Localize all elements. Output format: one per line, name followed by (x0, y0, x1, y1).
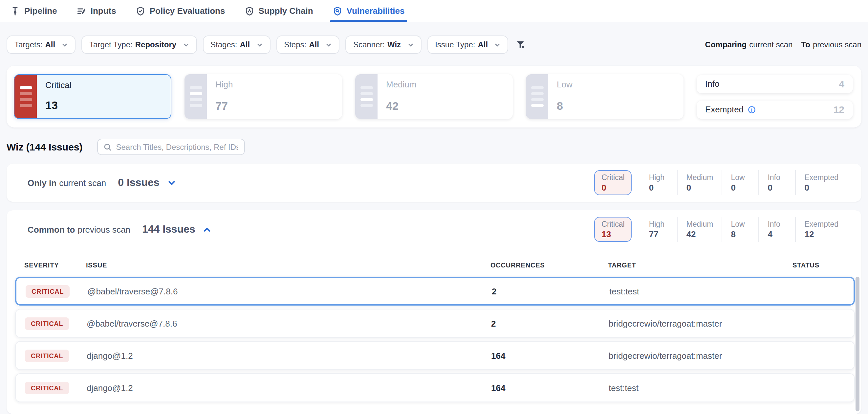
common-to-previous-scan-section: Common to previous scan 144 Issues Criti… (6, 210, 862, 414)
severity-card-high[interactable]: High 77 (185, 74, 342, 119)
severity-card-low[interactable]: Low 8 (526, 74, 683, 119)
inputs-icon (77, 6, 86, 16)
filter-value: All (478, 40, 488, 49)
chevron-down-icon[interactable] (167, 178, 176, 187)
tab-inputs[interactable]: Inputs (77, 0, 116, 22)
chip-label: High (649, 220, 669, 228)
chevron-down-icon (407, 42, 413, 48)
filter-value: All (240, 40, 250, 49)
vulnerabilities-page: Pipeline Inputs Policy Evaluations Suppl… (0, 0, 868, 414)
table-row[interactable]: CRITICAL @babel/traverse@7.8.6 2 bridgec… (15, 309, 855, 338)
chip-low[interactable]: Low 8 (721, 217, 758, 242)
chip-medium[interactable]: Medium 42 (677, 217, 722, 242)
comparing-label: Comparing (705, 40, 747, 49)
chevron-down-icon (183, 42, 189, 48)
filter-target-type[interactable]: Target Type: Repository (82, 35, 197, 54)
tab-label: Inputs (91, 6, 116, 16)
chip-exempted[interactable]: Exempted 12 (795, 217, 847, 242)
filter-value: Repository (135, 40, 176, 49)
chip-value: 0 (686, 182, 713, 192)
severity-badge: CRITICAL (26, 285, 70, 297)
chip-high[interactable]: High 0 (641, 170, 677, 195)
to-label: To (801, 40, 810, 49)
filter-label: Stages: (211, 40, 237, 49)
filter-value: All (45, 40, 55, 49)
chip-critical[interactable]: Critical 13 (594, 217, 632, 242)
filter-issue-type[interactable]: Issue Type: All (427, 35, 508, 54)
table-row[interactable]: CRITICAL django@1.2 164 bridgecrewio/ter… (15, 341, 855, 370)
chip-value: 0 (731, 182, 750, 192)
filter-targets[interactable]: Targets: All (6, 35, 75, 54)
info-icon[interactable] (747, 106, 755, 113)
info-card[interactable]: Info 4 (696, 75, 853, 93)
chip-value: 77 (649, 229, 669, 239)
chevron-up-icon[interactable] (203, 225, 212, 234)
results-title: Wiz (144 Issues) (6, 141, 83, 152)
tab-supply-chain[interactable]: Supply Chain (245, 0, 313, 22)
top-nav: Pipeline Inputs Policy Evaluations Suppl… (0, 0, 868, 22)
table-row[interactable]: CRITICAL django@1.2 164 test:test (15, 373, 855, 402)
tab-pipeline[interactable]: Pipeline (10, 0, 57, 22)
severity-card-count: 77 (215, 100, 334, 113)
col-status: STATUS (793, 262, 855, 269)
chip-label: Medium (686, 220, 713, 228)
section-header: Common to previous scan 144 Issues Criti… (6, 210, 862, 248)
section-issue-count: 0 Issues (118, 177, 159, 188)
filter-clear-icon[interactable] (516, 40, 526, 50)
compare-status: Comparing current scan To previous scan (705, 40, 862, 49)
chip-low[interactable]: Low 0 (721, 170, 758, 195)
chip-label: Medium (686, 173, 713, 181)
current-scan-label[interactable]: current scan (749, 40, 793, 49)
table-row[interactable]: CRITICAL @babel/traverse@7.8.6 2 test:te… (15, 277, 855, 305)
previous-scan-label[interactable]: previous scan (813, 40, 862, 49)
target-cell: test:test (609, 286, 794, 296)
severity-gauge-icon (185, 74, 207, 119)
filter-stages[interactable]: Stages: All (203, 35, 270, 54)
chip-medium[interactable]: Medium 0 (677, 170, 722, 195)
issues-table: SEVERITY ISSUE OCCURRENCES TARGET STATUS… (6, 248, 862, 414)
issue-cell: @babel/traverse@7.8.6 (87, 286, 492, 296)
severity-gauge-icon (526, 74, 548, 119)
chip-value: 13 (601, 229, 624, 239)
chip-value: 4 (768, 229, 786, 239)
chevron-down-icon (494, 42, 500, 48)
search-box[interactable] (97, 139, 245, 155)
occurrences-cell: 2 (492, 286, 609, 296)
vulnerabilities-icon (333, 6, 342, 16)
tab-vulnerabilities[interactable]: Vulnerabilities (333, 0, 405, 22)
filter-steps[interactable]: Steps: All (276, 35, 339, 54)
pipeline-icon (10, 6, 20, 16)
severity-card-label: Medium (386, 80, 504, 89)
chip-info[interactable]: Info 0 (758, 170, 795, 195)
chevron-down-icon (326, 42, 332, 48)
severity-gauge-icon (355, 74, 377, 119)
tab-label: Pipeline (24, 6, 57, 16)
chip-critical[interactable]: Critical 0 (594, 170, 632, 195)
chevron-down-icon (256, 42, 262, 48)
exempted-card-count: 12 (834, 104, 844, 115)
severity-card-medium[interactable]: Medium 42 (355, 74, 513, 119)
chip-label: Critical (601, 220, 624, 228)
chip-info[interactable]: Info 4 (758, 217, 795, 242)
severity-gauge-icon (14, 75, 37, 118)
chip-high[interactable]: High 77 (641, 217, 677, 242)
section-header: Only in current scan 0 Issues Critical 0… (6, 164, 862, 202)
scrollbar-thumb[interactable] (856, 277, 860, 411)
tab-label: Policy Evaluations (150, 6, 225, 16)
occurrences-cell: 164 (491, 351, 609, 360)
table-header-row: SEVERITY ISSUE OCCURRENCES TARGET STATUS (15, 252, 855, 277)
search-input[interactable] (116, 142, 238, 151)
severity-card-critical[interactable]: Critical 13 (14, 74, 172, 119)
exempted-card[interactable]: Exempted 12 (696, 100, 853, 119)
col-occurrences: OCCURRENCES (491, 262, 608, 269)
filter-label: Targets: (14, 40, 42, 49)
chip-exempted[interactable]: Exempted 0 (795, 170, 847, 195)
filter-value: All (309, 40, 319, 49)
tab-policy-evaluations[interactable]: Policy Evaluations (136, 0, 225, 22)
chip-value: 42 (686, 229, 713, 239)
side-cards-column: Info 4 Exempted 12 (696, 74, 853, 119)
filter-scanner[interactable]: Scanner: Wiz (345, 35, 421, 54)
filter-label: Target Type: (89, 40, 133, 49)
severity-chips: Critical 13 High 77 Medium 42 Low 8 Info (594, 217, 847, 242)
severity-summary: Critical 13 High 77 Medium 42 Low 8 (6, 66, 862, 127)
